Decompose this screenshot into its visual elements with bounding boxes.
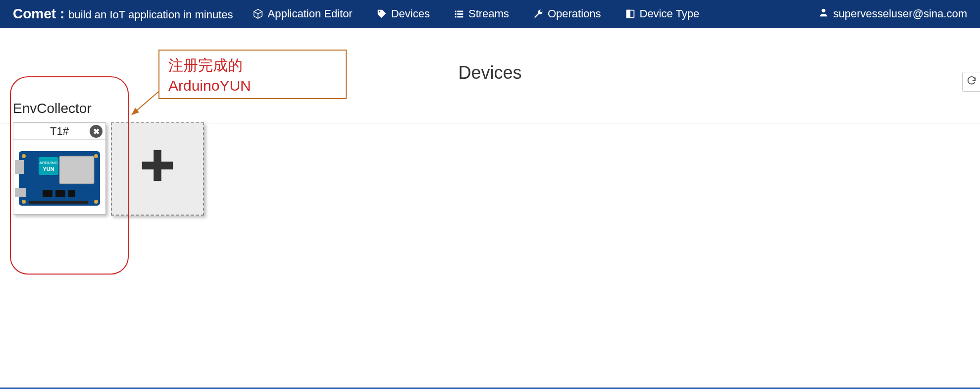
svg-rect-3 xyxy=(455,13,457,15)
device-card-title: T1# xyxy=(50,125,69,138)
device-card-close-button[interactable]: ✖ xyxy=(90,125,103,138)
nav-streams[interactable]: Streams xyxy=(454,7,509,20)
nav-device-type[interactable]: Device Type xyxy=(625,7,700,20)
svg-rect-1 xyxy=(455,11,457,12)
svg-point-9 xyxy=(822,9,825,12)
svg-rect-8 xyxy=(626,10,629,18)
nav-label: Device Type xyxy=(640,7,700,20)
svg-rect-15 xyxy=(29,201,88,204)
arduino-board-icon: ARDUINO YUN xyxy=(15,142,104,212)
brand-subtitle: build an IoT application in minutes xyxy=(68,8,233,21)
brand: Comet : build an IoT application in minu… xyxy=(13,6,233,22)
svg-point-0 xyxy=(379,11,380,12)
svg-rect-14 xyxy=(15,188,26,197)
svg-rect-6 xyxy=(457,16,463,18)
svg-point-19 xyxy=(94,200,98,204)
svg-point-17 xyxy=(94,154,98,158)
board-model-text: YUN xyxy=(43,166,54,172)
top-navbar: Comet : build an IoT application in minu… xyxy=(0,0,980,28)
device-thumbnail: ARDUINO YUN xyxy=(13,140,105,214)
add-device-card[interactable] xyxy=(111,122,204,216)
close-icon: ✖ xyxy=(93,127,100,136)
svg-rect-21 xyxy=(55,190,65,197)
svg-rect-2 xyxy=(457,11,463,12)
annotation-callout-box: 注册完成的 ArduinoYUN xyxy=(158,50,347,99)
svg-point-16 xyxy=(22,154,26,158)
content-divider xyxy=(0,123,980,123)
svg-rect-13 xyxy=(15,160,24,174)
annotation-text-line2: ArduinoYUN xyxy=(168,76,337,96)
nav-operations[interactable]: Operations xyxy=(533,7,601,20)
user-email: supervesseluser@sina.com xyxy=(833,7,967,20)
user-icon xyxy=(818,7,829,21)
svg-rect-24 xyxy=(142,162,173,169)
nav-label: Streams xyxy=(468,7,509,20)
svg-rect-4 xyxy=(457,13,463,15)
svg-point-18 xyxy=(22,200,26,204)
device-card-row: T1# ✖ ARDUINO YUN xyxy=(13,122,967,216)
list-icon xyxy=(454,8,464,19)
content-area: EnvCollector T1# ✖ ARDUINO YUN xyxy=(0,83,980,216)
cube-icon xyxy=(253,8,263,19)
annotation-text-line1: 注册完成的 xyxy=(168,56,337,76)
nav-label: Devices xyxy=(391,7,430,20)
device-group-name: EnvCollector xyxy=(13,101,967,116)
device-card-titlebar: T1# ✖ xyxy=(13,123,105,140)
nav-devices[interactable]: Devices xyxy=(376,7,430,20)
brand-name: Comet : xyxy=(13,6,64,22)
user-menu[interactable]: supervesseluser@sina.com xyxy=(818,7,967,21)
nav-label: Operations xyxy=(548,7,601,20)
device-card[interactable]: T1# ✖ ARDUINO YUN xyxy=(13,122,106,215)
device-type-icon xyxy=(625,8,636,19)
nav-application-editor[interactable]: Application Editor xyxy=(253,7,352,20)
svg-rect-22 xyxy=(68,190,75,197)
svg-rect-5 xyxy=(455,16,457,18)
nav-label: Application Editor xyxy=(267,7,352,20)
svg-rect-20 xyxy=(43,190,52,197)
page-title: Devices xyxy=(0,62,980,83)
board-brand-text: ARDUINO xyxy=(40,161,58,165)
tag-icon xyxy=(376,8,387,19)
wrench-icon xyxy=(533,8,544,19)
nav-items: Application Editor Devices Streams Opera… xyxy=(253,7,699,20)
svg-rect-11 xyxy=(59,156,94,184)
plus-icon xyxy=(138,146,177,192)
